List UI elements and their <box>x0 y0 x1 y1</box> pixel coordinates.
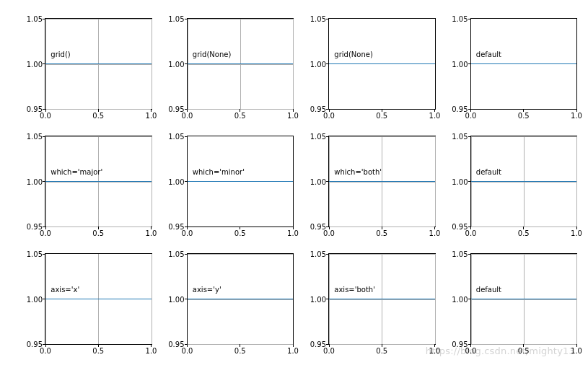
subplot-0-2: 0.951.001.050.00.51.0grid(None) <box>328 18 436 110</box>
subplot-annotation: axis='x' <box>51 285 79 293</box>
y-tick-label: 1.05 <box>310 15 329 23</box>
axes: 0.951.001.050.00.51.0grid(None) <box>328 18 436 110</box>
axes: 0.951.001.050.00.51.0default <box>470 136 578 227</box>
x-tick-label: 0.0 <box>182 227 193 237</box>
gridline-y <box>329 136 435 137</box>
y-tick-label: 1.00 <box>310 295 329 303</box>
subplot-1-1: 0.951.001.050.00.51.0which='minor' <box>187 136 294 227</box>
subplot-2-3: 0.951.001.050.00.51.0default <box>470 253 578 345</box>
y-tick-label: 1.00 <box>168 177 187 185</box>
x-tick-label: 0.0 <box>40 344 51 355</box>
axes: 0.951.001.050.00.51.0axis='x' <box>45 253 152 345</box>
subplot-0-0: 0.951.001.050.00.51.0grid() <box>45 18 152 110</box>
y-tick-label: 1.00 <box>27 177 45 185</box>
gridline-y <box>471 254 577 255</box>
axes: 0.951.001.050.00.51.0default <box>470 253 578 345</box>
gridline-x <box>435 254 436 344</box>
gridline-x <box>293 19 294 109</box>
y-tick-label: 1.05 <box>310 133 329 141</box>
axes: 0.951.001.050.00.51.0axis='both' <box>328 253 436 345</box>
data-line <box>329 299 435 300</box>
y-tick-label: 1.00 <box>168 60 187 68</box>
y-tick-label: 1.00 <box>452 295 470 303</box>
subplot-1-0: 0.951.001.050.00.51.0which='major' <box>45 136 152 227</box>
gridline-y <box>188 19 294 19</box>
x-tick-label: 0.5 <box>376 227 387 237</box>
x-tick-label: 0.5 <box>92 109 104 120</box>
gridline-x <box>576 254 577 344</box>
gridline-y <box>45 136 152 137</box>
x-tick-label: 0.5 <box>234 109 246 120</box>
data-line <box>471 299 577 300</box>
y-tick-label: 1.00 <box>452 60 470 68</box>
x-tick-label: 1.0 <box>287 344 299 355</box>
x-tick-label: 0.0 <box>40 109 51 120</box>
x-tick-label: 1.0 <box>571 227 582 237</box>
subplot-annotation: grid() <box>51 50 70 58</box>
subplot-annotation: which='major' <box>51 167 102 175</box>
figure: https://blog.csdn.net/mighty13 0.951.001… <box>0 0 588 365</box>
subplot-2-0: 0.951.001.050.00.51.0axis='x' <box>45 253 152 345</box>
data-line <box>471 63 577 65</box>
axes: 0.951.001.050.00.51.0which='both' <box>328 136 436 227</box>
y-tick-label: 1.00 <box>310 60 329 68</box>
subplot-1-2: 0.951.001.050.00.51.0which='both' <box>328 136 436 227</box>
x-tick-label: 0.0 <box>323 227 335 237</box>
data-line <box>471 181 577 182</box>
x-tick-label: 1.0 <box>146 227 157 237</box>
x-tick-label: 1.0 <box>146 344 157 355</box>
x-tick-label: 1.0 <box>429 109 441 120</box>
x-tick-label: 0.5 <box>376 109 387 120</box>
axes: 0.951.001.050.00.51.0which='minor' <box>187 136 294 227</box>
x-tick-label: 0.5 <box>92 227 104 237</box>
subplot-1-3: 0.951.001.050.00.51.0default <box>470 136 578 227</box>
data-line <box>188 63 294 65</box>
axes: 0.951.001.050.00.51.0grid() <box>45 18 152 110</box>
y-tick-label: 1.05 <box>168 133 187 141</box>
watermark: https://blog.csdn.net/mighty13 <box>426 346 575 356</box>
subplot-annotation: axis='both' <box>334 285 375 293</box>
x-tick-label: 1.0 <box>287 109 299 120</box>
subplot-annotation: default <box>476 50 501 58</box>
y-tick-label: 1.05 <box>27 133 45 141</box>
y-tick-label: 1.05 <box>168 250 187 258</box>
y-tick-label: 1.05 <box>27 15 45 23</box>
data-line <box>45 181 152 182</box>
x-tick-label: 0.5 <box>518 227 530 237</box>
y-tick-label: 1.05 <box>27 250 45 258</box>
data-line <box>329 181 435 182</box>
x-tick-label: 1.0 <box>287 227 299 237</box>
subplot-0-1: 0.951.001.050.00.51.0grid(None) <box>187 18 294 110</box>
y-tick-label: 1.00 <box>310 177 329 185</box>
subplot-annotation: default <box>476 285 501 293</box>
x-tick-label: 0.0 <box>465 344 477 355</box>
x-tick-label: 0.5 <box>518 344 530 355</box>
axes: 0.951.001.050.00.51.0axis='y' <box>187 253 294 345</box>
data-line <box>45 299 152 300</box>
axes: 0.951.001.050.00.51.0which='major' <box>45 136 152 227</box>
y-tick-label: 1.00 <box>168 295 187 303</box>
x-tick-label: 0.5 <box>92 344 104 355</box>
data-line <box>45 63 152 65</box>
gridline-x <box>435 136 436 227</box>
subplot-annotation: which='both' <box>334 167 382 175</box>
x-tick-label: 1.0 <box>146 109 157 120</box>
gridline-y <box>471 136 577 137</box>
gridline-x <box>576 136 577 227</box>
y-tick-label: 1.05 <box>168 15 187 23</box>
gridline-x <box>152 136 152 227</box>
gridline-x <box>152 254 152 344</box>
axes: 0.951.001.050.00.51.0grid(None) <box>187 18 294 110</box>
y-tick-label: 1.00 <box>452 177 470 185</box>
data-line <box>329 63 435 65</box>
x-tick-label: 1.0 <box>571 344 582 355</box>
y-tick-label: 1.05 <box>452 15 470 23</box>
gridline-x <box>152 19 152 109</box>
subplot-annotation: grid(None) <box>334 50 372 58</box>
x-tick-label: 0.0 <box>465 109 477 120</box>
gridline-y <box>329 254 435 255</box>
y-tick-label: 1.00 <box>27 60 45 68</box>
x-tick-label: 0.0 <box>323 344 335 355</box>
x-tick-label: 0.5 <box>518 109 530 120</box>
subplot-annotation: default <box>476 167 501 175</box>
